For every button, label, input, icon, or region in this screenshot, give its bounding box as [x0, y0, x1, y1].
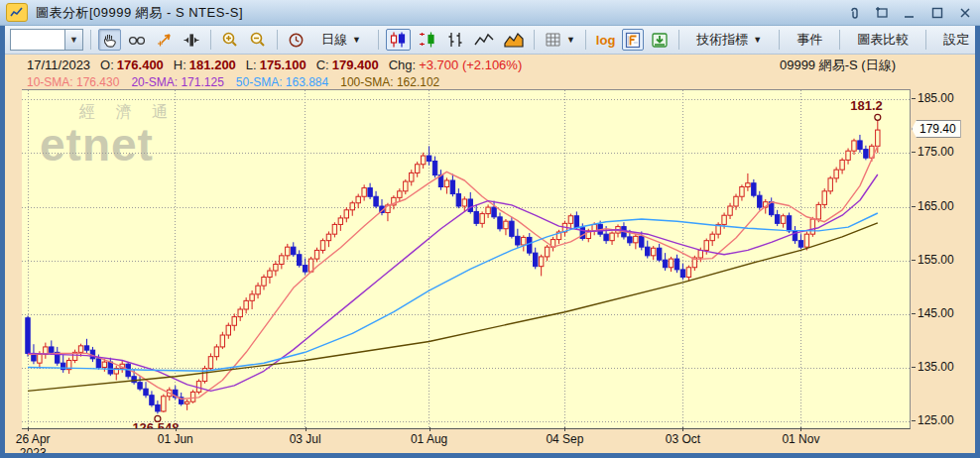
hollow-candle-type-button[interactable]	[415, 29, 439, 51]
pan-hand-tool-button[interactable]	[98, 29, 121, 51]
log-label: log	[596, 33, 616, 48]
window-title: 圖表分析[09999 網易 - S NTES-S]	[36, 4, 243, 22]
symbol-dropdown-button[interactable]: ▼	[64, 30, 82, 50]
crosshair-tool-button[interactable]	[153, 29, 176, 51]
minimize-icon[interactable]	[901, 5, 919, 21]
sma-legend-item: 100-SMA: 162.102	[340, 75, 439, 89]
log-scale-button[interactable]: log	[593, 29, 619, 51]
candle-chart-type-button[interactable]	[386, 29, 411, 51]
zoom-out-button[interactable]	[246, 29, 270, 51]
maximize-icon[interactable]	[928, 5, 946, 21]
chart-plot-area[interactable]: 經 濟 通 etnet 181.2126.548	[22, 89, 911, 429]
quote-date: 17/11/2023	[27, 57, 90, 72]
time-tick-label: 03 Jul	[290, 432, 321, 446]
sma-line-100-SMA	[28, 223, 878, 392]
annotation-high: 181.2	[850, 98, 883, 120]
price-tick-label: 135.00	[918, 360, 954, 374]
price-tick-label: 125.00	[918, 413, 954, 427]
price-tick-label: 175.00	[918, 145, 954, 159]
settings-menu-button[interactable]: 設定▼	[933, 29, 980, 51]
import-data-icon[interactable]	[648, 29, 672, 51]
svg-text:181.2: 181.2	[850, 98, 883, 113]
events-button[interactable]: 事件	[787, 29, 832, 51]
popout-icon[interactable]	[873, 5, 891, 21]
binoculars-tool-button[interactable]	[125, 29, 149, 51]
sma-line-20-SMA	[28, 174, 878, 391]
toolbar: ▼ 日線▼	[5, 26, 975, 55]
open-value: 176.400	[117, 57, 164, 72]
line-chart-type-button[interactable]	[471, 29, 497, 51]
low-value: 175.100	[260, 57, 306, 72]
price-tick-label: 185.00	[918, 91, 954, 105]
price-tick-label: 145.00	[918, 306, 954, 320]
period-dropdown[interactable]: 日線▼	[311, 29, 371, 51]
time-tick-label: 01 Nov	[782, 432, 819, 446]
zoom-in-button[interactable]	[218, 29, 242, 51]
bar-spacing-tool-button[interactable]	[180, 29, 203, 51]
price-tick-label: 155.00	[918, 253, 954, 267]
window-border-left	[0, 26, 5, 453]
close-value: 179.400	[332, 57, 379, 72]
link-icon[interactable]	[845, 5, 863, 21]
last-price-tag: 179.40	[912, 120, 961, 138]
time-tick-label: 03 Oct	[666, 432, 700, 446]
period-label: 日線	[321, 31, 347, 49]
chart-analysis-window: 圖表分析[09999 網易 - S NTES-S] ▼	[0, 0, 980, 458]
grid-options-button[interactable]: ▼	[542, 29, 578, 51]
instrument-label: 09999 網易-S (日線)	[780, 57, 896, 74]
high-value: 181.200	[189, 57, 236, 72]
ohlc-bars-type-button[interactable]	[443, 29, 467, 51]
sma-line-50-SMA	[28, 213, 878, 371]
window-border-bottom	[0, 453, 980, 458]
app-chart-icon	[6, 3, 28, 22]
sma-legend-item: 10-SMA: 176.430	[27, 75, 119, 89]
close-icon[interactable]	[956, 5, 974, 21]
sma-legend-item: 20-SMA: 171.125	[131, 75, 223, 89]
price-tick-label: 165.00	[918, 199, 954, 213]
symbol-input[interactable]	[11, 30, 64, 50]
window-border-right	[975, 26, 980, 453]
time-tick-label: 01 Jun	[158, 432, 193, 446]
sma-legend-item: 50-SMA: 163.884	[236, 75, 328, 89]
symbol-combobox[interactable]: ▼	[10, 29, 83, 51]
quote-bar: 17/11/2023 O:176.400 H:181.200 L:175.100…	[5, 55, 975, 75]
sma-legend: 10-SMA: 176.43020-SMA: 171.12550-SMA: 16…	[5, 75, 975, 89]
indicators-menu-button[interactable]: 技術指標▼	[686, 29, 772, 51]
time-tick-label: 04 Sep	[546, 432, 583, 446]
change-value: +3.700 (+2.106%)	[419, 57, 522, 72]
time-tick-label: 01 Aug	[411, 432, 447, 446]
indicator-panel-icon[interactable]	[622, 29, 644, 51]
price-axis: 185.00175.00165.00155.00145.00135.00125.…	[911, 89, 975, 427]
candlestick-chart: 181.2126.548	[22, 90, 910, 428]
time-axis: 26 Apr202301 Jun03 Jul01 Aug04 Sep03 Oct…	[5, 427, 975, 453]
area-chart-type-button[interactable]	[501, 29, 527, 51]
chart-compare-button[interactable]: 圖表比較	[847, 29, 919, 51]
history-clock-icon[interactable]	[285, 29, 307, 51]
title-bar: 圖表分析[09999 網易 - S NTES-S]	[0, 0, 980, 26]
grid-layer	[22, 90, 910, 428]
